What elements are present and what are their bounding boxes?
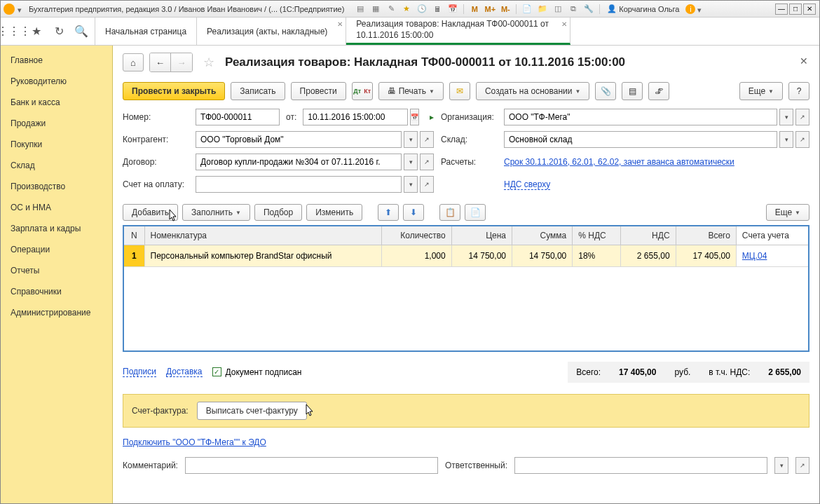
info-icon[interactable]: i [685,4,695,14]
sidebar-item-refs[interactable]: Справочники [1,281,112,302]
print-button[interactable]: 🖶Печать▼ [378,82,444,100]
sidebar-item-hr[interactable]: Зарплата и кадры [1,218,112,239]
create-invoice-button[interactable]: Выписать счет-фактуру [197,402,307,420]
minimize-button[interactable]: — [775,4,788,15]
schet-input[interactable] [196,176,402,193]
table-more-button[interactable]: Еще▼ [766,204,809,221]
sidebar-item-manager[interactable]: Руководителю [1,71,112,92]
pick-button[interactable]: Подбор [254,204,302,221]
history-icon[interactable]: ↻ [53,25,65,38]
col-sum[interactable]: Сумма [512,226,572,245]
post-and-close-button[interactable]: Провести и закрыть [123,82,225,100]
tab-realization-list[interactable]: Реализация (акты, накладные)✕ [197,18,346,45]
tab-home[interactable]: Начальная страница [95,18,197,45]
toolbar-icon[interactable]: ▦ [370,4,381,15]
sidebar-item-admin[interactable]: Администрирование [1,302,112,323]
star-outline-icon[interactable]: ☆ [198,53,219,71]
change-button[interactable]: Изменить [306,204,362,221]
open-icon[interactable]: ↗ [420,176,434,193]
maximize-button[interactable]: □ [789,4,802,15]
star-icon[interactable]: ★ [30,25,43,38]
folder-icon[interactable]: 📁 [537,4,548,15]
save-button[interactable]: Записать [231,82,285,100]
dropdown-icon[interactable]: ▾ [404,131,418,148]
col-acct[interactable]: Счета учета [736,226,809,245]
dropdown-icon[interactable]: ▾ [779,109,793,125]
comment-input[interactable] [185,457,438,474]
col-price[interactable]: Цена [451,226,512,245]
link-button[interactable]: 📎 [595,82,616,100]
sklad-input[interactable] [504,131,777,148]
toolbar-icon[interactable]: 🕓 [416,4,428,15]
rasch-link[interactable]: Срок 30.11.2016, 62.01, 62.02, зачет ава… [504,157,734,167]
close-button[interactable]: ✕ [803,4,816,15]
sidebar-item-purchases[interactable]: Покупки [1,134,112,155]
col-n[interactable]: N [123,226,144,245]
favorite-icon[interactable]: ★ [401,4,412,15]
toolbar-icon[interactable]: ✎ [385,4,397,15]
calculator-icon[interactable]: 🖩 [432,4,443,15]
signed-checkbox[interactable]: ✓ [212,367,221,376]
open-icon[interactable]: ↗ [795,109,809,125]
m-minus-icon[interactable]: M- [500,4,511,15]
post-button[interactable]: Провести [291,82,346,100]
delivery-link[interactable]: Доставка [166,367,203,377]
sidebar-item-reports[interactable]: Отчеты [1,260,112,281]
help-button[interactable]: ? [788,82,809,100]
toolbar-icon[interactable]: ▤ [355,4,366,15]
contr-input[interactable] [196,131,402,148]
dog-input[interactable] [196,154,402,170]
sidebar-item-main[interactable]: Главное [1,50,112,71]
sidebar-item-bank[interactable]: Банк и касса [1,92,112,113]
report-button[interactable]: ▤ [622,82,643,100]
dropdown-icon[interactable]: ▾ [404,154,418,170]
home-button[interactable]: ⌂ [123,53,144,71]
more-button[interactable]: Еще▼ [739,82,783,100]
create-based-button[interactable]: Создать на основании▼ [476,82,589,100]
window-icon[interactable]: ⧉ [568,4,579,15]
col-ndspct[interactable]: % НДС [573,226,621,245]
col-nom[interactable]: Номенклатура [144,226,381,245]
calendar-picker-icon[interactable]: 📅 [410,109,419,125]
tab-close-icon[interactable]: ✕ [561,20,567,28]
m-plus-icon[interactable]: M+ [484,4,496,15]
col-nds[interactable]: НДС [621,226,676,245]
nds-link[interactable]: НДС сверху [504,179,550,190]
page-close-icon[interactable]: ✕ [800,55,808,67]
calendar-icon[interactable]: 📅 [447,4,458,15]
compare-icon[interactable]: ◫ [552,4,563,15]
dtkt-button[interactable]: ДтКт [352,82,373,100]
dropdown-icon[interactable]: ▾ [779,131,793,148]
sidebar-item-operations[interactable]: Операции [1,239,112,260]
org-input[interactable] [504,109,777,125]
sidebar-item-assets[interactable]: ОС и НМА [1,197,112,218]
table-row[interactable]: 1 Персональный компьютер BrandStar офисн… [123,245,809,267]
attach-button[interactable]: 🖇 [648,82,669,100]
user-badge[interactable]: 👤Корчагина Ольга [607,4,679,13]
tools-icon[interactable]: 🔧 [583,4,594,15]
forward-button[interactable]: → [171,53,192,71]
open-icon[interactable]: ↗ [795,131,809,148]
sidebar-item-sales[interactable]: Продажи [1,113,112,134]
date-input[interactable] [303,109,408,125]
tab-document[interactable]: Реализация товаров: Накладная ТФ00-00001… [346,18,570,45]
dropdown-icon[interactable]: ▾ [774,457,788,474]
info-dropdown[interactable]: ▾ [697,6,704,13]
m-icon[interactable]: M [469,4,480,15]
edo-link[interactable]: Подключить "ООО "ТФ-Мега"" к ЭДО [123,437,266,447]
apps-icon[interactable]: ⋮⋮⋮ [8,25,20,38]
copy-button[interactable]: 📋 [439,204,460,221]
add-row-button[interactable]: Добавить [123,204,178,221]
app-menu-dropdown[interactable]: ▾ [18,6,25,13]
open-icon[interactable]: ↗ [420,154,434,170]
search-icon[interactable]: 🔍 [75,25,88,38]
number-input[interactable] [196,109,280,125]
fill-button[interactable]: Заполнить▼ [182,204,250,221]
col-total[interactable]: Всего [676,226,736,245]
resp-input[interactable] [514,457,767,474]
move-down-button[interactable]: ⬇ [403,204,424,221]
paste-button[interactable]: 📄 [465,204,486,221]
sidebar-item-production[interactable]: Производство [1,176,112,197]
col-qty[interactable]: Количество [381,226,451,245]
new-icon[interactable]: 📄 [521,4,533,15]
